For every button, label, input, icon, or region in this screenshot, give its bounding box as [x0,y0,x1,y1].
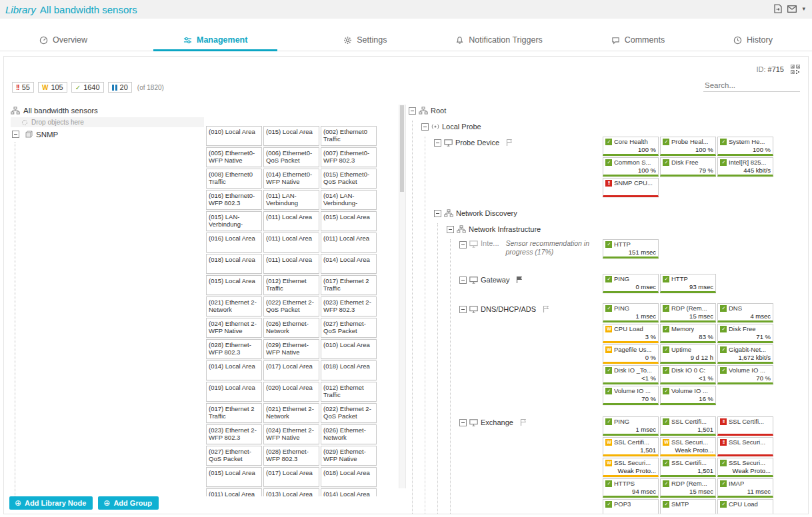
library-sensor-box[interactable]: (007) Ethernet0-WFP 802.3 [321,147,377,167]
export-page-icon[interactable] [774,4,782,13]
sensor-box[interactable]: WSSL Securi...Weak Proto... [660,437,716,456]
library-sensor-box[interactable]: (023) Ethernet 2-WFP 802.3 [321,296,377,316]
sensor-box[interactable]: ✓HTTP151 msec [603,239,659,258]
sensor-box[interactable]: ✓Memory83 % [660,324,716,343]
library-sensor-box[interactable]: (014) LAN-Verbindung- [321,190,377,210]
tab-management[interactable]: Management [153,31,277,51]
sensor-box[interactable]: ✓Disk Free79 % [660,157,716,177]
collapse-toggle[interactable] [459,306,467,313]
library-sensor-box[interactable]: (029) Ethernet-WFP Native [263,339,319,359]
qr-code-icon[interactable] [791,65,800,74]
library-sensor-box[interactable]: (022) Ethernet 2-QoS Packet [263,296,319,316]
library-node-snmp[interactable]: SNMP [11,129,204,140]
group-network-infrastructure[interactable]: Network Infrastructure [447,223,805,235]
device-label[interactable]: Probe Device [455,139,499,147]
group-label[interactable]: Network Discovery [456,209,517,217]
device-label[interactable]: Gateway [481,276,509,284]
library-sensor-box[interactable]: (008) Ethernet0 Traffic [206,169,262,189]
tree-node-local-probe[interactable]: Local Probe [421,121,805,133]
library-sensor-box[interactable]: (011) LAN-Verbindung [263,190,319,210]
library-sensor-box[interactable]: (018) Local Area [206,254,262,274]
sensor-box[interactable]: WSSL Securi...Weak Proto... [603,458,659,477]
library-sensor-box[interactable]: (013) Local Area [263,488,319,496]
library-sensor-box[interactable]: (021) Ethernet 2-Network [206,296,262,316]
library-sensor-box[interactable]: (017) Local Area [263,467,319,487]
sensor-box[interactable]: ✓IMAP11 msec [717,478,773,498]
sensor-box[interactable]: ✓Common S...100 % [603,157,659,177]
collapse-toggle[interactable] [421,123,429,131]
library-root-node[interactable]: All bandwidth sensors [11,105,204,116]
collapse-toggle[interactable] [447,226,454,233]
library-sensor-box[interactable]: (012) Ethernet Traffic [321,382,377,402]
sensor-box[interactable]: ✓HTTPS94 msec [603,478,659,498]
library-sensor-box[interactable]: (026) Ethernet-Network [263,318,319,338]
tab-settings[interactable]: Settings [341,31,389,51]
library-sensor-box[interactable]: (002) Ethernet0 Traffic [321,126,377,146]
sensor-box[interactable]: ✓Gigabit-Net...1,672 kbit/s [717,344,773,364]
library-sensor-box[interactable]: (022) Ethernet 2-QoS Packet [321,403,377,423]
probe-label[interactable]: Local Probe [442,123,481,131]
library-sensor-box[interactable]: (014) Ethernet0-WFP Native [263,169,319,189]
sensor-box[interactable]: ✓SSL Securi...Weak Proto... [717,458,773,477]
sensor-box[interactable]: ✓Disk IO _To...<1 % [603,365,659,384]
add-group-button[interactable]: ⊕ Add Group [98,496,159,510]
library-sensor-box[interactable]: (005) Ethernet0-WFP Native [206,147,262,167]
library-sensor-box[interactable]: (014) Local Area [321,488,377,496]
tab-notification-triggers[interactable]: Notification Triggers [453,31,545,51]
tab-overview[interactable]: Overview [37,31,90,51]
group-network-discovery[interactable]: Network Discovery [434,207,805,219]
library-sensor-box[interactable]: (011) Local Area [263,233,319,253]
sensor-box[interactable]: ✓Intel[R] 825...445 kbit/s [717,157,773,177]
library-sensor-box[interactable]: (023) Ethernet 2-WFP 802.3 [206,424,262,444]
library-sensor-box[interactable]: (012) Ethernet Traffic [263,275,319,295]
envelope-icon[interactable] [787,5,797,13]
sensor-box[interactable]: !!SSL Securi... [717,437,773,456]
library-sensor-box[interactable]: (024) Ethernet 2-WFP Native [206,318,262,338]
library-sensor-box[interactable]: (014) Local Area [206,360,262,380]
sensor-box[interactable]: !!SNMP CPU... [603,178,659,197]
library-sensor-box[interactable]: (015) Local Area [321,211,377,231]
library-sensor-box[interactable]: (010) Local Area [206,126,262,146]
collapse-toggle[interactable] [459,241,467,249]
sensor-box[interactable]: ✓DNS4 msec [717,303,773,322]
collapse-toggle[interactable] [12,131,19,138]
vertical-scrollbar[interactable] [399,105,406,488]
sensor-box[interactable]: ✓SSL Certifi...1,501 [660,416,716,436]
add-library-node-button[interactable]: ⊕ Add Library Node [9,496,93,510]
drop-target[interactable]: Drop objects here [11,117,204,127]
library-sensor-box[interactable]: (017) Ethernet 2 Traffic [321,275,377,295]
library-sensor-box[interactable]: (011) Local Area [206,488,262,496]
library-sensor-box[interactable]: (018) Local Area [321,360,377,380]
sensor-box[interactable]: ✓Probe Heal...100 % [660,137,716,156]
library-sensor-box[interactable]: (028) Ethernet-WFP 802.3 [206,339,262,359]
sensor-box[interactable]: ✓Core Health100 % [603,137,659,156]
library-sensor-box[interactable]: (017) Local Area [263,360,319,380]
sensor-box[interactable]: ✓System He...100 % [717,137,773,156]
sensor-box[interactable]: ✓CPU Load [717,499,773,514]
library-sensor-box[interactable]: (011) Local Area [263,254,319,274]
search-input[interactable] [703,81,809,90]
library-sensor-box[interactable]: (020) Local Area [263,382,319,402]
sensor-box[interactable]: ✓Volume IO ...16 % [660,386,716,405]
sensor-box[interactable]: WSSL Certifi...1,501 [603,437,659,456]
chevron-down-icon[interactable]: ▾ [802,5,805,12]
library-sensor-box[interactable]: (029) Ethernet-WFP Native [321,446,377,466]
group-label[interactable]: Network Infrastructure [469,225,541,233]
sensor-box[interactable]: ✓SSL Certifi...1,501 [660,458,716,477]
collapse-toggle[interactable] [409,107,416,115]
sensor-box[interactable]: ✓SMTP [660,499,716,514]
sensor-box[interactable]: ✓PING1 msec [603,416,659,436]
library-sensor-box[interactable]: (027) Ethernet-QoS Packet [206,446,262,466]
library-sensor-box[interactable]: (024) Ethernet 2-WFP Native [263,424,319,444]
tab-history[interactable]: History [731,31,775,51]
library-sensor-box[interactable]: (011) Local Area [263,211,319,231]
sensor-box[interactable]: WPagefile Us...0 % [603,344,659,364]
device-label[interactable]: Inte... [481,239,499,247]
sensor-box[interactable]: ✓Uptime9 d 12 h [660,344,716,364]
collapse-toggle[interactable] [459,419,467,426]
scrollbar-thumb[interactable] [400,105,404,192]
library-sensor-box[interactable]: (015) Local Area [206,467,262,487]
collapse-toggle[interactable] [434,210,441,217]
sensor-box[interactable]: ✓Volume IO ...70 % [603,386,659,405]
library-sensor-box[interactable]: (021) Ethernet 2-Network [263,403,319,423]
